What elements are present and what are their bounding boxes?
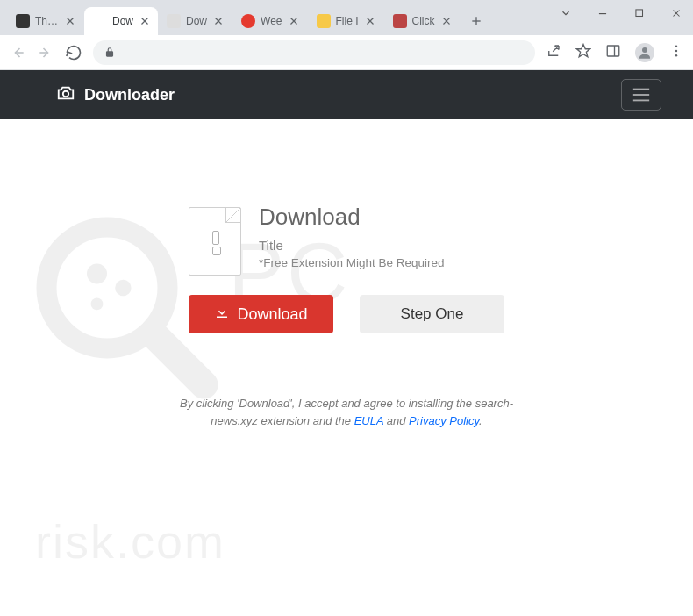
- tab-0[interactable]: The I: [7, 7, 84, 35]
- maximize-icon[interactable]: [633, 7, 646, 19]
- download-button[interactable]: Download: [189, 295, 333, 333]
- svg-rect-21: [607, 46, 619, 56]
- tab-close-icon[interactable]: [288, 15, 300, 27]
- tab-close-icon[interactable]: [64, 15, 76, 27]
- share-icon[interactable]: [546, 43, 561, 62]
- tab-close-icon[interactable]: [139, 15, 151, 27]
- brand-label: Downloader: [84, 86, 175, 104]
- tab-4[interactable]: File I: [308, 7, 384, 35]
- download-arrow-icon: [214, 304, 230, 325]
- disclaimer-dot: .: [479, 414, 482, 427]
- svg-point-23: [642, 47, 647, 53]
- step-one-label: Step One: [401, 305, 464, 323]
- svg-point-34: [91, 298, 104, 311]
- tab-label: File I: [336, 15, 359, 27]
- svg-point-25: [675, 49, 677, 51]
- address-bar[interactable]: [93, 40, 535, 65]
- kebab-menu-icon[interactable]: [668, 43, 684, 62]
- minimize-icon[interactable]: [597, 7, 609, 19]
- file-zip-icon: [189, 207, 241, 276]
- svg-marker-20: [577, 44, 590, 56]
- svg-point-32: [87, 263, 107, 283]
- privacy-link[interactable]: Privacy Policy: [409, 414, 479, 427]
- tab-label: Dow: [186, 15, 207, 27]
- back-button[interactable]: [9, 44, 26, 61]
- tab-label: The I: [35, 15, 59, 27]
- tab-label: Click: [412, 15, 435, 27]
- tab-1[interactable]: Dow: [84, 7, 158, 35]
- bookmark-star-icon[interactable]: [575, 43, 591, 62]
- circle-icon: [241, 14, 255, 28]
- panel-icon[interactable]: [605, 43, 621, 62]
- tab-label: Wee: [261, 15, 282, 27]
- printer-icon: [16, 14, 30, 28]
- tab-label: Dow: [112, 15, 133, 27]
- download-icon: [167, 14, 181, 28]
- download-button-label: Download: [237, 305, 307, 324]
- menu-toggle-button[interactable]: [621, 79, 661, 111]
- window-close-icon[interactable]: [670, 7, 682, 19]
- svg-point-24: [675, 45, 677, 47]
- site-brand[interactable]: Downloader: [56, 83, 175, 107]
- tab-3[interactable]: Wee: [232, 7, 307, 35]
- watermark-subtext: risk.com: [35, 514, 225, 569]
- lock-icon: [104, 47, 116, 59]
- reload-button[interactable]: [65, 44, 82, 61]
- chevron-down-icon[interactable]: [560, 7, 572, 19]
- download-note: *Free Extension Might Be Required: [259, 256, 445, 269]
- svg-line-35: [154, 334, 204, 385]
- tab-close-icon[interactable]: [212, 15, 225, 27]
- new-tab-button[interactable]: [464, 9, 489, 33]
- camera-icon: [56, 83, 75, 107]
- lock-icon: [317, 14, 331, 28]
- tab-close-icon[interactable]: [440, 15, 453, 27]
- step-one-button[interactable]: Step One: [360, 295, 504, 333]
- mascot-icon: [393, 14, 407, 28]
- svg-rect-1: [636, 10, 643, 17]
- toolbar: [0, 35, 693, 70]
- forward-button[interactable]: [37, 44, 54, 61]
- download-title: Title: [259, 238, 445, 253]
- tab-5[interactable]: Click: [384, 7, 461, 35]
- svg-point-33: [115, 280, 131, 296]
- tab-2[interactable]: Dow: [158, 7, 232, 35]
- site-header: Downloader: [0, 70, 693, 119]
- disclaimer-text: By clicking 'Download', I accept and agr…: [180, 395, 513, 429]
- globe-icon: [93, 14, 107, 28]
- eula-link[interactable]: EULA: [354, 414, 383, 427]
- svg-point-31: [46, 227, 168, 348]
- svg-point-27: [63, 90, 68, 96]
- tab-close-icon[interactable]: [364, 15, 376, 27]
- svg-point-26: [675, 54, 677, 56]
- account-avatar-icon[interactable]: [635, 43, 654, 62]
- download-heading: Download: [259, 204, 445, 231]
- disclaimer-and: and: [383, 414, 409, 427]
